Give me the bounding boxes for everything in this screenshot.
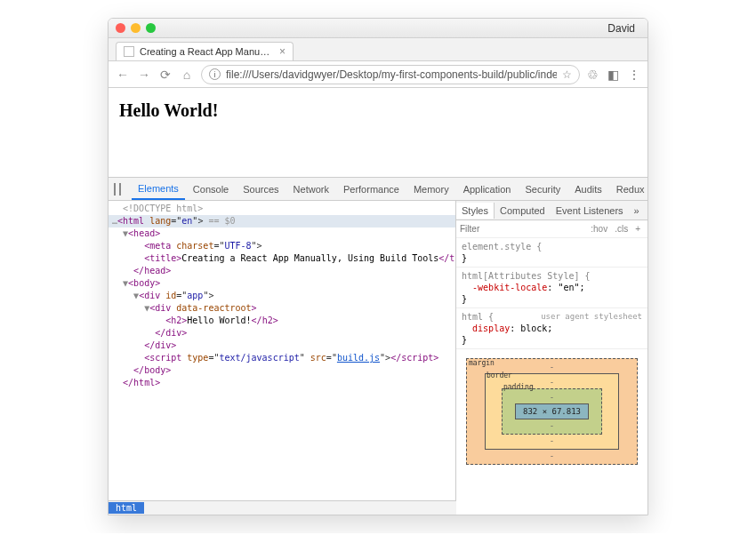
devtools-tabbar: Elements Console Sources Network Perform… (109, 178, 647, 201)
browser-tab[interactable]: Creating a React App Manually × (116, 42, 294, 60)
rule-html-ua[interactable]: user agent stylesheet html { display: bl… (456, 308, 647, 349)
styles-panel: Styles Computed Event Listeners » :hov .… (456, 201, 647, 515)
tab-audits[interactable]: Audits (568, 180, 608, 199)
styles-filter-row: :hov .cls + (456, 220, 647, 238)
tab-console[interactable]: Console (187, 180, 235, 199)
page-heading: Hello World! (119, 100, 637, 121)
crumb-html[interactable]: html (109, 502, 144, 514)
site-info-icon[interactable]: i (209, 68, 221, 80)
box-model: margin - border - padding - 832 × 67.813… (456, 349, 647, 474)
tab-network[interactable]: Network (287, 180, 335, 199)
devtools-body: <!DOCTYPE html> …<html lang="en"> == $0 … (109, 201, 647, 515)
tab-security[interactable]: Security (519, 180, 567, 199)
url-text: file:///Users/davidgwyer/Desktop/my-firs… (226, 68, 557, 81)
box-border[interactable]: border - padding - 832 × 67.813 - - (485, 373, 619, 450)
styles-filter-input[interactable] (460, 224, 587, 234)
box-content[interactable]: 832 × 67.813 (515, 403, 589, 419)
minimize-window-button[interactable] (131, 23, 141, 33)
device-toggle-icon[interactable] (119, 183, 121, 196)
inspect-icon[interactable] (114, 183, 116, 196)
browser-window: David Creating a React App Manually × ← … (108, 18, 648, 515)
extension-icon[interactable]: ◧ (607, 68, 619, 82)
tab-application[interactable]: Application (457, 180, 518, 199)
dom-selected-node[interactable]: …<html lang="en"> == $0 (109, 215, 455, 228)
box-margin[interactable]: margin - border - padding - 832 × 67.813… (466, 358, 638, 465)
rule-html-attributes[interactable]: html[Attributes Style] { -webkit-locale:… (456, 268, 647, 308)
tab-elements[interactable]: Elements (132, 179, 185, 200)
close-window-button[interactable] (116, 23, 125, 33)
profile-name[interactable]: David (607, 22, 640, 35)
tab-memory[interactable]: Memory (407, 180, 455, 199)
titlebar: David (109, 19, 647, 38)
breadcrumb: html (109, 500, 456, 515)
tab-performance[interactable]: Performance (337, 180, 406, 199)
recycle-icon[interactable]: ♲ (587, 68, 599, 82)
styles-tabbar: Styles Computed Event Listeners » (456, 201, 647, 220)
forward-button[interactable]: → (137, 68, 151, 82)
tab-title: Creating a React App Manually (140, 46, 274, 57)
cls-toggle[interactable]: .cls (611, 224, 631, 234)
tab-strip: Creating a React App Manually × (109, 38, 647, 61)
styles-more-icon[interactable]: » (629, 205, 645, 216)
menu-icon[interactable]: ⋮ (628, 68, 640, 82)
add-rule-button[interactable]: + (631, 224, 644, 234)
tab-computed[interactable]: Computed (495, 203, 551, 219)
hov-toggle[interactable]: :hov (587, 224, 611, 234)
devtools: Elements Console Sources Network Perform… (109, 177, 647, 515)
page-viewport: Hello World! (109, 88, 647, 177)
star-icon[interactable]: ☆ (562, 68, 572, 81)
rule-element-style[interactable]: element.style { } (456, 238, 647, 268)
rule-source: user agent stylesheet (541, 311, 642, 323)
address-bar[interactable]: i file:///Users/davidgwyer/Desktop/my-fi… (201, 65, 580, 84)
window-controls (116, 23, 156, 33)
tab-styles[interactable]: Styles (456, 203, 495, 219)
tab-redux[interactable]: Redux (610, 180, 648, 199)
reload-button[interactable]: ⟳ (158, 68, 173, 82)
tab-sources[interactable]: Sources (237, 180, 285, 199)
toolbar: ← → ⟳ ⌂ i file:///Users/davidgwyer/Deskt… (109, 61, 647, 88)
back-button[interactable]: ← (116, 68, 130, 82)
tab-close-button[interactable]: × (279, 45, 286, 58)
favicon-icon (124, 46, 134, 57)
dom-tree[interactable]: <!DOCTYPE html> …<html lang="en"> == $0 … (109, 201, 456, 500)
box-padding[interactable]: padding - 832 × 67.813 - (502, 388, 602, 435)
toolbar-right: ♲ ◧ ⋮ (587, 68, 640, 82)
maximize-window-button[interactable] (146, 23, 156, 33)
tab-event-listeners[interactable]: Event Listeners (551, 203, 629, 219)
home-button[interactable]: ⌂ (180, 68, 194, 82)
